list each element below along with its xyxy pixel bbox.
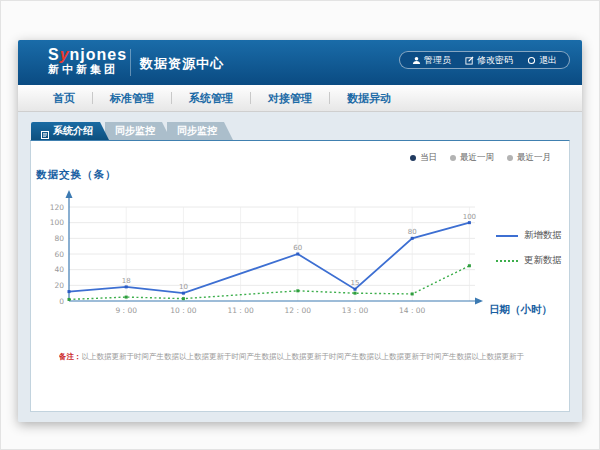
admin-label: 管理员 — [424, 54, 451, 67]
svg-text:60: 60 — [54, 250, 64, 259]
edit-icon — [465, 56, 474, 65]
svg-text:12 : 00: 12 : 00 — [285, 306, 312, 315]
range-option-last-month[interactable]: 最近一月 — [507, 152, 551, 164]
y-axis-title: 数据交换（条） — [36, 168, 117, 182]
logo-accent: y — [60, 46, 70, 63]
svg-text:11 : 00: 11 : 00 — [227, 306, 254, 315]
chart-area: 0204060801001209 : 0010 : 0011 : 0012 : … — [47, 189, 499, 323]
svg-text:18: 18 — [122, 277, 131, 285]
legend-label: 更新数据 — [524, 254, 562, 267]
svg-text:14 : 00: 14 : 00 — [399, 306, 426, 315]
tab-label: 同步监控 — [115, 122, 155, 140]
page-title: 数据资源中心 — [140, 55, 224, 73]
radio-dot-icon — [507, 155, 513, 161]
svg-text:120: 120 — [50, 203, 65, 212]
footnote-prefix: 备注： — [59, 352, 82, 361]
logout-label: 退出 — [539, 54, 557, 67]
user-toolbar: 管理员 修改密码 退出 — [399, 51, 570, 69]
logo-wordmark: Synjones — [48, 46, 127, 63]
tab-bar: 系统介绍 同步监控 同步监控 — [31, 122, 229, 140]
svg-text:10: 10 — [179, 283, 188, 291]
radio-dot-icon — [450, 155, 456, 161]
svg-text:9 : 00: 9 : 00 — [115, 306, 137, 315]
nav-item-interface-mgmt[interactable]: 对接管理 — [251, 85, 329, 111]
header-divider — [130, 49, 131, 76]
admin-user-button[interactable]: 管理员 — [412, 54, 451, 67]
svg-text:80: 80 — [408, 228, 417, 236]
svg-text:100: 100 — [463, 213, 476, 221]
svg-text:10 : 00: 10 : 00 — [170, 306, 197, 315]
svg-text:15: 15 — [351, 279, 360, 287]
user-icon — [412, 56, 421, 65]
legend-item-updated-data: 更新数据 — [496, 254, 562, 267]
radio-dot-icon — [410, 155, 416, 161]
line-chart: 0204060801001209 : 0010 : 0011 : 0012 : … — [47, 189, 499, 323]
logout-button[interactable]: 退出 — [527, 54, 557, 67]
range-option-label: 当日 — [420, 152, 437, 164]
main-nav: 首页 标准管理 系统管理 对接管理 数据异动 — [18, 85, 582, 112]
logo-company-name: 新中新集团 — [48, 63, 127, 76]
range-option-today[interactable]: 当日 — [410, 152, 437, 164]
tab-system-intro[interactable]: 系统介绍 — [31, 122, 109, 140]
svg-text:60: 60 — [293, 244, 302, 252]
nav-item-standard-mgmt[interactable]: 标准管理 — [93, 85, 171, 111]
date-range-selector: 当日 最近一周 最近一月 — [410, 152, 551, 164]
solid-line-icon — [496, 235, 518, 237]
tab-sync-monitor-1[interactable]: 同步监控 — [105, 122, 171, 140]
svg-text:40: 40 — [54, 265, 64, 274]
range-option-last-week[interactable]: 最近一周 — [450, 152, 494, 164]
change-password-button[interactable]: 修改密码 — [465, 54, 513, 67]
content-area: 系统介绍 同步监控 同步监控 当日 最近一周 — [18, 112, 582, 422]
chart-panel: 当日 最近一周 最近一月 数据交换（条） 0204060801001209 : … — [30, 140, 570, 412]
app-window: Synjones 新中新集团 数据资源中心 管理员 修改密码 — [18, 40, 582, 422]
svg-text:80: 80 — [54, 234, 64, 243]
svg-text:0: 0 — [59, 297, 64, 306]
range-option-label: 最近一月 — [517, 152, 551, 164]
nav-item-home[interactable]: 首页 — [36, 85, 92, 111]
tab-label: 同步监控 — [177, 122, 217, 140]
range-option-label: 最近一周 — [460, 152, 494, 164]
change-password-label: 修改密码 — [477, 54, 513, 67]
x-axis-title: 日期（小时） — [489, 303, 552, 317]
svg-text:100: 100 — [50, 218, 65, 227]
series-legend: 新增数据 更新数据 — [496, 229, 562, 267]
legend-item-new-data: 新增数据 — [496, 229, 562, 242]
svg-text:20: 20 — [54, 281, 64, 290]
document-icon — [41, 127, 49, 135]
header: Synjones 新中新集团 数据资源中心 管理员 修改密码 — [18, 40, 582, 85]
svg-text:13 : 00: 13 : 00 — [342, 306, 369, 315]
footnote: 备注：以上数据更新于时间产生数据以上数据更新于时间产生数据以上数据更新于时间产生… — [59, 352, 559, 362]
power-icon — [527, 56, 536, 65]
screen: Synjones 新中新集团 数据资源中心 管理员 修改密码 — [0, 0, 600, 450]
nav-item-system-mgmt[interactable]: 系统管理 — [172, 85, 250, 111]
tab-label: 系统介绍 — [53, 122, 93, 140]
dotted-line-icon — [496, 260, 518, 262]
company-logo: Synjones 新中新集团 — [48, 46, 127, 76]
nav-item-data-change[interactable]: 数据异动 — [330, 85, 408, 111]
footnote-text: 以上数据更新于时间产生数据以上数据更新于时间产生数据以上数据更新于时间产生数据以… — [82, 352, 525, 361]
tab-sync-monitor-2[interactable]: 同步监控 — [167, 122, 233, 140]
legend-label: 新增数据 — [524, 229, 562, 242]
